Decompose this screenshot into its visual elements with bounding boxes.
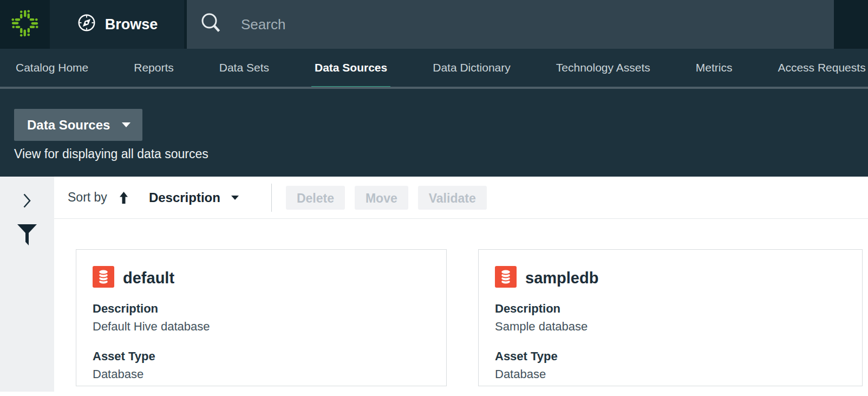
tab-data-sources[interactable]: Data Sources	[315, 49, 387, 87]
description-label: Description	[93, 302, 446, 316]
browse-page: Browse Catalog Home Reports Data Sets Da…	[0, 0, 868, 396]
tab-technology-assets[interactable]: Technology Assets	[556, 49, 650, 87]
browse-label: Browse	[105, 16, 158, 33]
view-selector-label: Data Sources	[27, 118, 110, 133]
toolbar-divider	[271, 184, 272, 212]
chevron-right-icon	[23, 202, 32, 210]
validate-button[interactable]: Validate	[418, 186, 487, 210]
content-area: Sort by Description Delete Move Validate	[0, 177, 868, 396]
tab-data-sets[interactable]: Data Sets	[219, 49, 269, 87]
browse-menu-button[interactable]: Browse	[50, 0, 184, 49]
move-button[interactable]: Move	[355, 186, 408, 210]
tab-reports[interactable]: Reports	[134, 49, 174, 87]
card-header: default	[93, 266, 446, 290]
data-source-card-default[interactable]: default Description Default Hive databas…	[76, 249, 447, 386]
alation-logo-icon	[9, 8, 41, 41]
sort-direction-button[interactable]	[119, 191, 128, 204]
asset-type-value: Database	[93, 367, 446, 381]
description-value: Sample database	[495, 320, 862, 334]
delete-button[interactable]: Delete	[286, 186, 345, 210]
view-selector-button[interactable]: Data Sources	[14, 109, 142, 141]
expand-panel-button[interactable]	[23, 193, 32, 209]
asset-type-value: Database	[495, 367, 862, 381]
top-bar: Browse	[0, 0, 868, 49]
view-header: Data Sources View for displaying all dat…	[0, 89, 868, 177]
caret-down-icon	[122, 122, 130, 127]
search-icon	[199, 11, 223, 37]
sort-field-dropdown[interactable]: Description	[149, 190, 239, 205]
data-source-list: default Description Default Hive databas…	[76, 249, 863, 386]
tab-metrics[interactable]: Metrics	[696, 49, 733, 87]
view-description: View for displaying all data sources	[14, 147, 868, 161]
app-logo[interactable]	[0, 0, 50, 49]
tab-catalog-home[interactable]: Catalog Home	[16, 49, 88, 87]
data-source-title-link[interactable]: sampledb	[525, 269, 598, 287]
sort-field-value: Description	[149, 190, 220, 205]
data-source-card-sampledb[interactable]: sampledb Description Sample database Ass…	[478, 249, 863, 386]
asset-type-label: Asset Type	[93, 349, 446, 363]
global-search[interactable]	[187, 0, 834, 49]
database-icon	[495, 266, 517, 290]
card-header: sampledb	[495, 266, 862, 290]
arrow-up-icon	[119, 198, 128, 206]
compass-icon	[76, 12, 97, 37]
description-value: Default Hive database	[93, 320, 446, 334]
search-input[interactable]	[241, 8, 834, 41]
database-icon	[93, 266, 114, 290]
asset-type-label: Asset Type	[495, 349, 862, 363]
filter-funnel-icon	[16, 241, 38, 249]
description-label: Description	[495, 302, 862, 316]
catalog-nav: Catalog Home Reports Data Sets Data Sour…	[0, 49, 868, 89]
tab-data-dictionary[interactable]: Data Dictionary	[433, 49, 511, 87]
list-toolbar: Sort by Description Delete Move Validate	[0, 177, 868, 219]
data-source-title-link[interactable]: default	[123, 269, 174, 287]
tab-access-requests[interactable]: Access Requests	[778, 49, 865, 87]
filter-button[interactable]	[16, 223, 38, 247]
caret-down-icon	[231, 196, 239, 200]
sort-by-label: Sort by	[68, 190, 107, 205]
filter-rail	[0, 177, 54, 392]
